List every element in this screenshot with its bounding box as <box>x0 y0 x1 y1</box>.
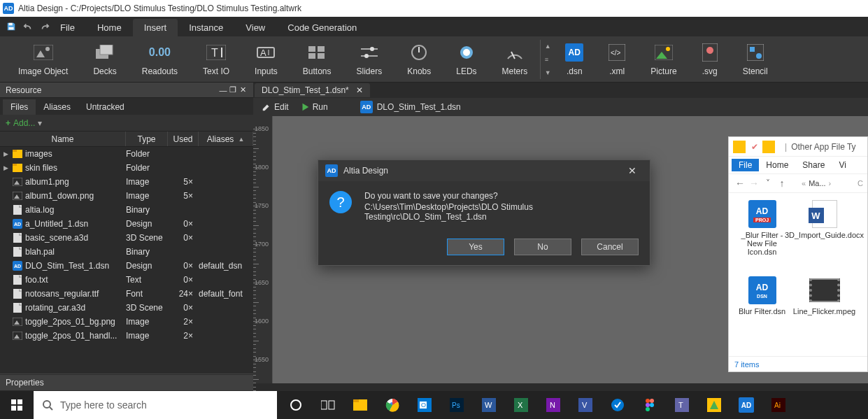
table-row[interactable]: basic_scene.a3d3D Scene0× <box>0 231 253 245</box>
ribbon-picture[interactable]: Picture <box>638 38 689 80</box>
ribbon-dsn[interactable]: AD.dsn <box>553 38 596 80</box>
illustrator-icon[interactable]: Ai <box>762 391 795 419</box>
col-type[interactable]: Type <box>126 132 168 146</box>
table-row[interactable]: rotating_car.a3d3D Scene0× <box>0 301 253 315</box>
explorer-icon[interactable] <box>344 391 376 419</box>
search-input[interactable]: Type here to search <box>34 391 277 419</box>
explorer-file[interactable]: ADPROJ_Blur Filter - New File Icon.dsn <box>736 200 788 267</box>
table-row[interactable]: ADDLO_Stim_Test_1.dsnDesign0×default_dsn <box>0 259 253 273</box>
explorer-file[interactable]: Line_Flicker.mpeg <box>798 276 851 326</box>
properties-header[interactable]: Properties <box>0 375 253 390</box>
table-row[interactable]: ▶skin filesFolder <box>0 161 253 175</box>
svg-text:O: O <box>421 402 426 409</box>
up-icon[interactable]: ˅ <box>761 178 775 188</box>
panel-minimize-icon[interactable]: — <box>218 86 228 94</box>
table-row[interactable]: notosans_regular.ttfFont24×default_font <box>0 287 253 301</box>
tab-untracked[interactable]: Untracked <box>78 99 132 115</box>
up-arrow-icon[interactable]: ↑ <box>775 178 789 189</box>
exp-menu-share[interactable]: Share <box>795 159 832 171</box>
table-row[interactable]: album1_down.pngImage5× <box>0 189 253 203</box>
svg-point-32 <box>706 47 713 54</box>
ribbon-xml[interactable]: </>.xml <box>596 38 638 80</box>
chrome-icon[interactable] <box>376 391 408 419</box>
file-type-icon <box>11 178 24 186</box>
exp-menu-view[interactable]: Vi <box>832 159 853 171</box>
doc-tab[interactable]: DLO_Stim_Test_1.dsn* ✕ <box>255 83 370 97</box>
photoshop-icon[interactable]: Ps <box>441 391 473 419</box>
fwd-icon[interactable]: → <box>747 178 761 189</box>
col-aliases[interactable]: Aliases▲ <box>199 132 253 146</box>
undo-icon[interactable] <box>21 20 35 34</box>
tab-aliases[interactable]: Aliases <box>36 99 78 115</box>
teams-icon[interactable]: T <box>666 391 698 419</box>
ribbon-label: Meters <box>502 66 528 76</box>
ribbon-expand[interactable]: ▲≡▼ <box>540 40 553 79</box>
yes-button[interactable]: Yes <box>447 239 504 255</box>
table-row[interactable]: blah.palBinary <box>0 245 253 259</box>
table-row[interactable]: foo.txtText0× <box>0 273 253 287</box>
ribbon-image-object[interactable]: Image Object <box>6 38 80 80</box>
col-used[interactable]: Used <box>168 132 199 146</box>
explorer-titlebar[interactable]: ✔ | Other App File Ty <box>729 137 867 157</box>
add-button[interactable]: +Add...▾ <box>0 115 253 132</box>
save-icon[interactable] <box>4 20 18 34</box>
menu-codegen[interactable]: Code Generation <box>276 19 368 36</box>
back-icon[interactable]: ← <box>733 178 747 189</box>
svg-point-88 <box>646 399 650 403</box>
tab-files[interactable]: Files <box>3 99 36 115</box>
ribbon-inputs[interactable]: AInputs <box>242 38 290 80</box>
table-row[interactable]: album1.pngImage5× <box>0 175 253 189</box>
figma-icon[interactable] <box>634 391 666 419</box>
vertical-ruler: 1850180017501700165016001550 <box>253 116 273 383</box>
start-button[interactable] <box>0 391 34 419</box>
menu-insert[interactable]: Insert <box>133 19 178 36</box>
outlook-icon[interactable]: O <box>408 391 441 419</box>
explorer-file[interactable]: W3D_Import_Guide.docx <box>798 200 851 267</box>
table-row[interactable]: ADa_Untitled_1.dsnDesign0× <box>0 217 253 231</box>
edit-button[interactable]: Edit <box>256 101 294 113</box>
explorer-file[interactable]: ADDSNBlur Filter.dsn <box>736 276 788 326</box>
menu-home[interactable]: Home <box>86 19 133 36</box>
table-row[interactable]: toggle_2pos_01_handl...Image2× <box>0 329 253 343</box>
ribbon-leds[interactable]: LEDs <box>443 38 489 80</box>
breadcrumb[interactable]: « Ma... › C <box>789 178 863 188</box>
menu-view[interactable]: View <box>234 19 276 36</box>
dialog-titlebar: AD Altia Design ✕ <box>318 160 650 181</box>
ribbon-textio[interactable]: TText IO <box>190 38 242 80</box>
exp-menu-file[interactable]: File <box>732 159 759 171</box>
altia-icon[interactable]: AD <box>730 391 762 419</box>
svg-point-65 <box>43 401 50 408</box>
word-icon[interactable]: W <box>473 391 505 419</box>
taskview-icon[interactable] <box>312 391 344 419</box>
app2-icon[interactable] <box>698 391 730 419</box>
cortana-icon[interactable] <box>280 391 312 419</box>
excel-icon[interactable]: X <box>505 391 537 419</box>
dialog-close-icon[interactable]: ✕ <box>622 165 643 176</box>
ribbon-buttons[interactable]: Buttons <box>290 38 344 80</box>
panel-float-icon[interactable]: ❐ <box>228 85 238 94</box>
file-type-icon <box>11 192 24 200</box>
cancel-button[interactable]: Cancel <box>581 239 639 255</box>
menu-file[interactable]: File <box>49 19 86 36</box>
visio-icon[interactable]: V <box>569 391 602 419</box>
table-row[interactable]: ▶imagesFolder <box>0 147 253 161</box>
exp-menu-home[interactable]: Home <box>759 159 795 171</box>
onenote-icon[interactable]: N <box>537 391 569 419</box>
ribbon-meters[interactable]: Meters <box>490 38 541 80</box>
table-row[interactable]: toggle_2pos_01_bg.pngImage2× <box>0 315 253 329</box>
ribbon-stencil[interactable]: Stencil <box>730 38 781 80</box>
panel-close-icon[interactable]: ✕ <box>238 85 248 94</box>
no-button[interactable]: No <box>514 239 571 255</box>
ribbon-svg[interactable]: .svg <box>690 38 730 80</box>
table-row[interactable]: altia.logBinary <box>0 203 253 217</box>
ribbon-decks[interactable]: Decks <box>80 38 129 80</box>
doc-file[interactable]: ADDLO_Stim_Test_1.dsn <box>355 99 467 115</box>
app-icon[interactable] <box>602 391 634 419</box>
menu-instance[interactable]: Instance <box>178 19 234 36</box>
close-tab-icon[interactable]: ✕ <box>356 85 363 95</box>
ribbon-sliders[interactable]: Sliders <box>344 38 395 80</box>
ribbon-knobs[interactable]: Knobs <box>394 38 443 80</box>
col-name[interactable]: Name <box>0 132 126 146</box>
run-button[interactable]: Run <box>294 101 334 113</box>
ribbon-readouts[interactable]: 0.00Readouts <box>129 38 190 80</box>
